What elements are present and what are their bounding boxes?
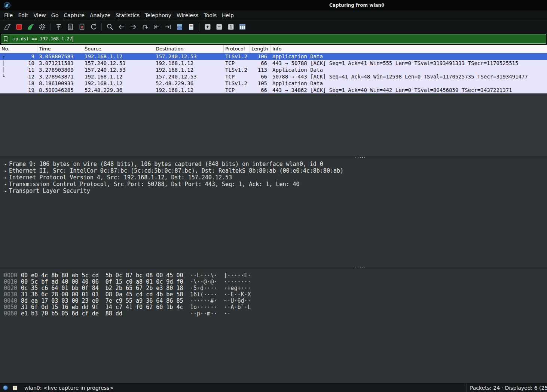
hex-row[interactable]: 001000 5c bf ad 40 00 40 06 0f 15 c0 a8 … [0,278,547,285]
zoom-in-button[interactable] [202,22,213,32]
close-file-button[interactable] [76,22,88,32]
menu-analyze[interactable]: Analyze [87,11,113,19]
column-header-protocol[interactable]: Protocol [224,45,250,53]
hex-bytes: 8d ea 17 03 03 00 23 e0 7e c9 55 a9 36 6… [21,297,190,304]
packet-protocol: TLSv1.2 [224,53,250,59]
menu-file[interactable]: File [1,11,15,19]
zoom-100-button[interactable]: 1 [225,22,236,32]
splitter[interactable] [0,267,547,269]
packet-info: 443 → 50788 [ACK] Seq=1 Ack=41 Win=555 L… [271,60,547,66]
hex-row[interactable]: 003031 36 6c 28 00 00 01 01 08 0a 45 c4 … [0,291,547,297]
column-header-info[interactable]: Info [271,45,547,53]
packet-protocol: TLSv1.2 [224,67,250,73]
hex-bytes: e1 b3 70 b5 05 6d cf de 88 dd [21,310,190,317]
stop-capture-button[interactable] [13,22,25,32]
capture-comment-icon[interactable] [12,385,18,391]
go-first-button[interactable] [150,22,162,32]
detail-line[interactable]: Transport Layer Security [2,188,547,194]
hex-ascii: 16l(···· ··E··K·X [190,291,251,298]
text-cursor [73,36,73,42]
hex-bytes: 00 e0 4c 8b 80 ab 5c cd 5b 0c 87 bc 08 0… [21,272,190,279]
hex-row[interactable]: 0060e1 b3 70 b5 05 6d cf de 88 dd··p··m·… [0,310,547,317]
packet-protocol: TCP [224,60,250,66]
menu-statistics[interactable]: Statistics [113,11,142,19]
go-back-button[interactable] [116,22,127,32]
hex-ascii: 1o······ ··A·b`·L [190,304,251,311]
menu-telephony[interactable]: Telephony [142,11,174,19]
packet-row[interactable]: │11 3.278903809 157.240.12.53 192.168.1.… [0,67,547,73]
column-header-time[interactable]: Time [37,45,83,53]
column-header-length[interactable]: Length [250,45,271,53]
menu-go[interactable]: Go [49,11,61,19]
resize-columns-button[interactable] [236,22,248,32]
expand-arrow-icon[interactable] [2,162,9,167]
packet-destination: 192.168.1.12 [154,67,224,73]
hex-offset: 0020 [0,285,21,291]
detail-line[interactable]: Frame 9: 106 bytes on wire (848 bits), 1… [2,161,547,167]
find-packet-button[interactable] [104,22,116,32]
reload-button[interactable] [88,22,99,32]
detail-line[interactable]: Internet Protocol Version 4, Src: 192.16… [2,174,547,181]
resize-columns-icon [238,23,247,31]
hex-ascii: ··p··m·· ·· [190,310,230,317]
expert-info-icon[interactable] [3,385,8,390]
close-file-icon [78,23,86,31]
hex-row[interactable]: 005031 6f 0d 15 16 eb dd 9f 14 c7 41 f0 … [0,304,547,310]
filter-bookmark-button[interactable] [1,34,10,43]
packet-time: 8.186100933 [37,80,83,86]
restart-capture-icon [27,23,35,31]
column-header-source[interactable]: Source [83,45,154,53]
go-last-button[interactable] [162,22,174,32]
expand-arrow-icon[interactable] [2,175,9,180]
hex-row[interactable]: 00408d ea 17 03 03 00 23 e0 7e c9 55 a9 … [0,297,547,304]
detail-line[interactable]: Transmission Control Protocol, Src Port:… [2,181,547,188]
filter-input[interactable]: ip.dst == 192.168.1.27 [1,34,546,44]
menu-view[interactable]: View [31,11,49,19]
packet-source: 157.240.12.53 [83,67,154,73]
hex-dump-pane: 000000 e0 4c 8b 80 ab 5c cd 5b 0c 87 bc … [0,269,547,383]
packet-length: 66 [250,87,271,93]
colorize-button[interactable] [185,22,197,32]
splitter[interactable] [0,156,547,158]
open-file-button[interactable] [53,22,64,32]
colorize-icon [187,23,195,31]
detail-line[interactable]: Ethernet II, Src: IntelCor_0c:87:bc (5c:… [2,167,547,174]
packet-row[interactable]: └12 3.278943871 192.168.1.12 157.240.12.… [0,73,547,80]
menu-edit[interactable]: Edit [15,11,31,19]
expand-arrow-icon[interactable] [2,189,9,194]
status-bar: wlan0: <live capture in progress> Packet… [0,383,547,392]
menu-capture[interactable]: Capture [61,11,87,19]
start-capture-icon [3,23,12,31]
expand-arrow-icon[interactable] [2,169,9,173]
packet-counts-section: Packets: 24 · Displayed: 6 (25.0 [467,383,547,392]
packet-row[interactable]: │10 3.071211581 157.240.12.53 192.168.1.… [0,60,547,67]
menu-help[interactable]: Help [219,11,236,19]
go-to-packet-button[interactable] [139,22,150,32]
packet-no: 9 [6,53,37,59]
column-header-destination[interactable]: Destination [154,45,224,53]
menu-tools[interactable]: Tools [201,11,220,19]
column-header-no[interactable]: No. [0,45,37,53]
detail-text: Internet Protocol Version 4, Src: 192.16… [9,174,232,181]
expand-arrow-icon[interactable] [2,182,9,187]
go-forward-button[interactable] [127,22,139,32]
capture-options-button[interactable] [36,22,48,32]
save-file-icon [66,23,74,31]
conversation-mark-icon: └ [0,74,6,79]
packet-row[interactable]: ┌9 3.058807583 192.168.1.12 157.240.12.5… [0,53,547,60]
start-capture-button[interactable] [1,22,13,32]
save-file-button[interactable] [64,22,76,32]
hex-row[interactable]: 00200c 35 c6 64 01 bb 0f 84 b2 2b 65 67 … [0,285,547,291]
menu-wireless[interactable]: Wireless [174,11,201,19]
main-toolbar: 1 [0,20,547,33]
hex-row[interactable]: 000000 e0 4c 8b 80 ab 5c cd 5b 0c 87 bc … [0,272,547,278]
packet-counts-text: Packets: 24 · Displayed: 6 (25.0 [470,385,547,391]
packet-no: 12 [6,74,37,80]
packet-row[interactable]: 19 8.500346285 52.48.229.36 192.168.1.12… [0,87,547,93]
autoscroll-button[interactable] [174,22,185,32]
zoom-out-button[interactable] [213,22,225,32]
packet-row[interactable]: 18 8.186100933 192.168.1.12 52.48.229.36… [0,80,547,87]
restart-capture-button[interactable] [25,22,36,32]
wireshark-logo-icon [4,2,10,9]
packet-destination: 157.240.12.53 [154,53,224,59]
